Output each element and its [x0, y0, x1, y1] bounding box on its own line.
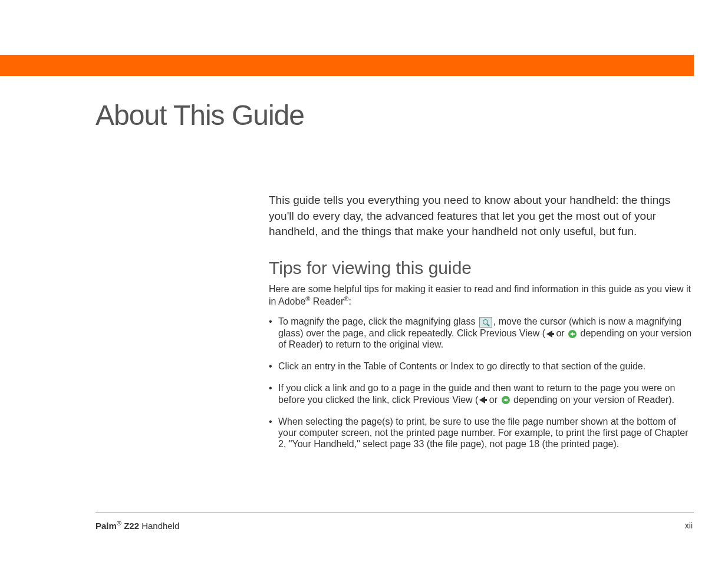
bullet-text: To magnify the page, click the magnifyin… [278, 316, 478, 326]
intro-paragraph: This guide tells you everything you need… [269, 193, 693, 240]
section-heading: Tips for viewing this guide [269, 258, 472, 278]
previous-view-arrow-icon [479, 396, 485, 404]
previous-view-green-icon [568, 330, 577, 338]
list-item: When selecting the page(s) to print, be … [269, 416, 693, 450]
list-item: To magnify the page, click the magnifyin… [269, 316, 693, 350]
list-item: If you click a link and go to a page in … [269, 382, 693, 405]
list-item: Click an entry in the Table of Contents … [269, 361, 693, 372]
bullet-text: or [554, 328, 567, 338]
bullet-text: Click an entry in the Table of Contents … [278, 361, 645, 371]
registered-symbol: ® [117, 520, 121, 527]
tips-intro-mid: Reader [310, 296, 344, 306]
footer-product: Handheld [139, 521, 179, 531]
footer-page-number: xii [685, 521, 693, 530]
tips-intro-post: : [348, 296, 351, 306]
bullet-text: depending on your version of Reader). [511, 395, 675, 405]
page-title: About This Guide [95, 99, 304, 131]
footer-brand: Palm [95, 521, 117, 531]
footer-product-label: Palm® Z22 Handheld [95, 520, 179, 531]
bullet-text: or [486, 395, 500, 405]
tips-intro-text: Here are some helpful tips for making it… [269, 283, 693, 308]
header-accent-bar [0, 55, 694, 76]
magnifying-glass-icon [479, 317, 492, 328]
previous-view-green-icon [502, 396, 510, 404]
previous-view-arrow-icon [546, 330, 552, 338]
footer-model: Z22 [121, 521, 139, 531]
footer-divider [95, 513, 694, 513]
tips-bullet-list: To magnify the page, click the magnifyin… [269, 316, 693, 460]
bullet-text: When selecting the page(s) to print, be … [278, 416, 689, 449]
